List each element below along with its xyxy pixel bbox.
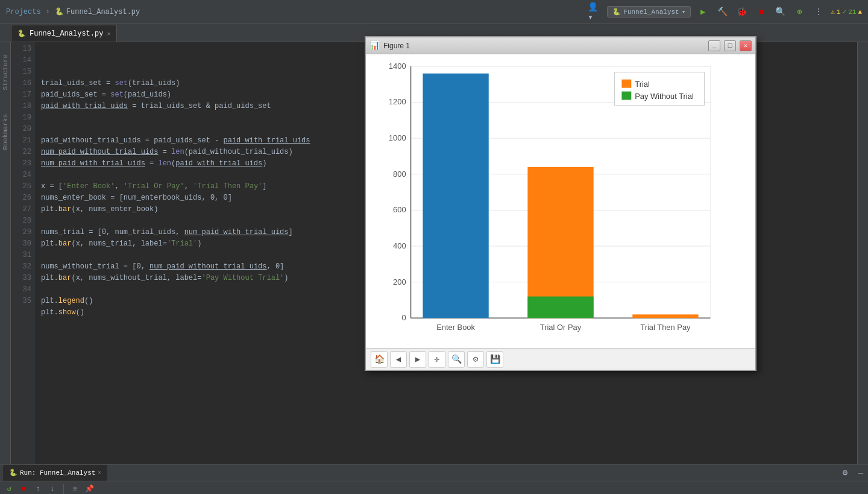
wrap-btn[interactable]: ≡ <box>69 483 81 495</box>
svg-text:Pay Without Trial: Pay Without Trial <box>635 92 694 101</box>
svg-text:Trial: Trial <box>635 80 650 89</box>
chart-svg: 0 200 400 600 800 1000 1200 1400 <box>366 54 755 348</box>
py-icon: 🐍 <box>55 7 64 16</box>
tab-close-btn[interactable]: ✕ <box>107 30 110 37</box>
run-config-label: Funnel_Analyst <box>623 8 679 16</box>
debug-btn[interactable]: 🐞 <box>734 5 749 19</box>
svg-text:Trial Then Pay: Trial Then Pay <box>640 323 691 332</box>
svg-text:1200: 1200 <box>389 97 406 106</box>
more-btn[interactable]: ⋮ <box>811 5 826 19</box>
minimize-icon[interactable]: — <box>854 466 868 480</box>
run-btn[interactable]: ▶ <box>696 5 710 19</box>
settings-icon[interactable]: ⚙ <box>838 466 852 480</box>
zoom-btn[interactable]: 🔍 <box>448 351 465 368</box>
top-bar-right: 👤▾ 🐍 Funnel_Analyst ▾ ▶ 🔨 🐞 ■ 🔍 ⊕ ⋮ ⚠ 1 … <box>588 5 862 19</box>
figure-restore-btn[interactable]: □ <box>724 40 736 51</box>
stop-run-btn[interactable]: ■ <box>17 483 30 495</box>
top-bar: Projects › 🐍 Funnel_Analyst.py 👤▾ 🐍 Funn… <box>0 0 868 24</box>
tab-py-icon: 🐍 <box>17 30 26 37</box>
figure-toolbar: 🏠 ◀ ▶ ✛ 🔍 ⚙ 💾 <box>366 348 755 370</box>
bar-trial-or-pay-orange <box>527 167 593 318</box>
add-btn[interactable]: ⊕ <box>792 5 807 19</box>
left-side-panel: Structure Bookmarks <box>0 42 11 464</box>
check-count: 21 <box>848 8 856 16</box>
svg-rect-23 <box>621 80 631 88</box>
check-icon: ✓ <box>843 8 847 16</box>
bar-trial-then-pay <box>632 314 698 318</box>
structure-label[interactable]: Structure <box>2 54 9 90</box>
top-filename: 🐍 Funnel_Analyst.py <box>55 7 140 16</box>
warning-count: 1 <box>837 8 841 16</box>
figure-title: Figure 1 <box>383 42 705 50</box>
figure-close-btn[interactable]: ✕ <box>740 40 752 51</box>
stop-btn[interactable]: ■ <box>753 5 768 19</box>
warnings-badge[interactable]: ⚠ 1 ✓ 21 ▲ <box>831 8 862 16</box>
run-tab-close[interactable]: ✕ <box>98 469 101 476</box>
tab-funnel-analyst[interactable]: 🐍 Funnel_Analyst.py ✕ <box>11 25 117 42</box>
run-tab[interactable]: 🐍 Run: Funnel_Analyst ✕ <box>3 465 107 481</box>
run-config-btn[interactable]: 🐍 Funnel_Analyst ▾ <box>607 6 691 17</box>
figure-window: 📊 Figure 1 _ □ ✕ 0 200 400 600 800 <box>365 36 756 371</box>
figure-minimize-btn[interactable]: _ <box>708 40 720 51</box>
figure-canvas: 0 200 400 600 800 1000 1200 1400 <box>366 54 755 348</box>
expand-icon: ▲ <box>858 8 862 16</box>
tab-label: Funnel_Analyst.py <box>30 30 103 38</box>
home-btn[interactable]: 🏠 <box>371 351 388 368</box>
projects-link[interactable]: Projects <box>6 8 41 16</box>
svg-text:1400: 1400 <box>389 62 406 71</box>
run-config-arrow: ▾ <box>682 8 686 16</box>
build-btn[interactable]: 🔨 <box>715 5 729 19</box>
svg-rect-25 <box>621 92 631 100</box>
line-numbers: 1314151617 1819202122 2324252627 2829303… <box>11 42 35 464</box>
run-tab-label: Run: Funnel_Analyst <box>20 469 95 477</box>
user-menu-btn[interactable]: 👤▾ <box>588 5 602 19</box>
right-sidebar <box>857 42 868 464</box>
config-btn[interactable]: ⚙ <box>467 351 484 368</box>
svg-text:400: 400 <box>393 241 406 250</box>
bottom-tab-bar: 🐍 Run: Funnel_Analyst ✕ ⚙ — <box>0 464 868 481</box>
bottom-toolbar: ↺ ■ ↑ ↓ ≡ 📌 <box>0 481 868 494</box>
svg-text:1000: 1000 <box>389 133 406 142</box>
svg-text:800: 800 <box>393 169 406 179</box>
pan-btn[interactable]: ✛ <box>429 351 445 368</box>
forward-btn[interactable]: ▶ <box>409 351 426 368</box>
scroll-up-btn[interactable]: ↑ <box>32 483 44 495</box>
breadcrumb-sep: › <box>46 8 50 16</box>
bottom-panel: 🐍 Run: Funnel_Analyst ✕ ⚙ — ↺ ■ ↑ ↓ ≡ 📌 … <box>0 464 868 494</box>
figure-icon: 📊 <box>370 40 380 51</box>
save-btn[interactable]: 💾 <box>486 351 503 368</box>
svg-text:600: 600 <box>393 205 406 214</box>
warning-icon: ⚠ <box>831 8 835 16</box>
bar-trial-or-pay-green <box>527 297 593 318</box>
run-config-icon: 🐍 <box>612 8 621 16</box>
bookmarks-label[interactable]: Bookmarks <box>2 114 9 150</box>
rerun-btn[interactable]: ↺ <box>3 483 15 495</box>
svg-text:200: 200 <box>393 277 406 287</box>
pin-btn[interactable]: 📌 <box>83 483 95 495</box>
scroll-down-btn[interactable]: ↓ <box>46 483 58 495</box>
search-btn[interactable]: 🔍 <box>773 5 787 19</box>
run-tab-icon: 🐍 <box>9 469 17 477</box>
svg-text:Trial Or Pay: Trial Or Pay <box>540 323 582 332</box>
figure-titlebar: 📊 Figure 1 _ □ ✕ <box>366 37 755 54</box>
svg-text:0: 0 <box>401 313 406 322</box>
top-bar-left: Projects › 🐍 Funnel_Analyst.py <box>6 7 583 16</box>
svg-text:Enter Book: Enter Book <box>436 323 475 332</box>
back-btn[interactable]: ◀ <box>390 351 407 368</box>
bar-enter-book <box>423 74 488 318</box>
